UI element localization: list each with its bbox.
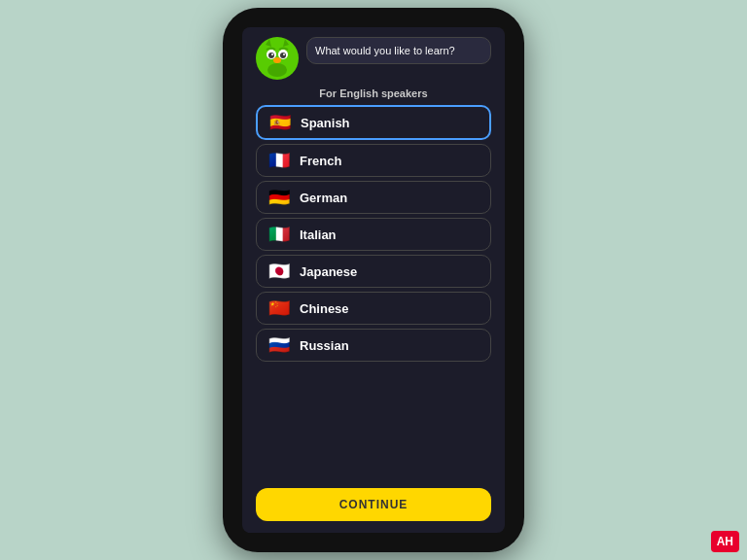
- flag-icon: 🇫🇷: [267, 150, 292, 171]
- language-item[interactable]: 🇯🇵Japanese: [256, 255, 491, 288]
- for-english-label: For English speakers: [256, 88, 491, 99]
- language-name: Italian: [300, 228, 337, 242]
- header-row: What would you like to learn?: [256, 37, 491, 80]
- flag-icon: 🇩🇪: [267, 187, 292, 208]
- language-list: 🇪🇸Spanish🇫🇷French🇩🇪German🇮🇹Italian🇯🇵Japa…: [256, 105, 491, 482]
- flag-icon: 🇯🇵: [267, 261, 292, 282]
- svg-point-7: [273, 57, 281, 63]
- language-name: French: [300, 154, 341, 168]
- speech-bubble: What would you like to learn?: [306, 37, 491, 64]
- phone-screen: What would you like to learn? For Englis…: [242, 27, 505, 533]
- duolingo-owl-icon: [256, 37, 299, 80]
- continue-button[interactable]: CONTINUE: [256, 488, 491, 521]
- language-item[interactable]: 🇫🇷French: [256, 144, 491, 177]
- language-name: Japanese: [300, 264, 357, 279]
- language-name: Chinese: [300, 301, 349, 316]
- flag-icon: 🇷🇺: [267, 334, 292, 356]
- svg-point-6: [283, 53, 285, 55]
- svg-point-3: [268, 52, 274, 58]
- ah-badge: AH: [711, 531, 739, 552]
- language-name: German: [300, 191, 347, 205]
- language-item[interactable]: 🇪🇸Spanish: [256, 105, 491, 140]
- svg-point-4: [280, 52, 286, 58]
- language-name: Spanish: [301, 116, 350, 130]
- svg-point-8: [267, 63, 287, 77]
- language-item[interactable]: 🇩🇪German: [256, 181, 491, 214]
- language-item[interactable]: 🇨🇳Chinese: [256, 292, 491, 325]
- phone-frame: What would you like to learn? For Englis…: [223, 8, 524, 552]
- flag-icon: 🇪🇸: [267, 112, 293, 133]
- language-item[interactable]: 🇮🇹Italian: [256, 218, 491, 251]
- language-name: Russian: [300, 338, 349, 353]
- flag-icon: 🇨🇳: [267, 298, 292, 319]
- svg-point-5: [271, 53, 273, 55]
- bubble-text: What would you like to learn?: [315, 45, 455, 56]
- flag-icon: 🇮🇹: [267, 224, 292, 245]
- language-item[interactable]: 🇷🇺Russian: [256, 329, 491, 362]
